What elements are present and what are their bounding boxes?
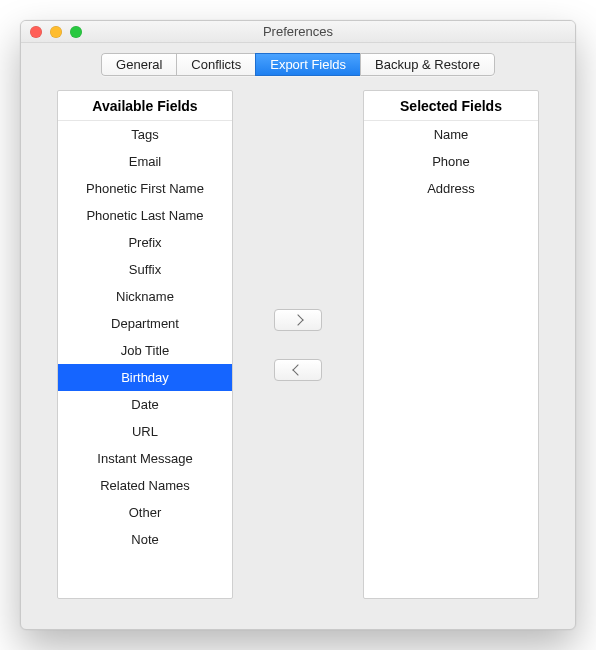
chevron-left-icon bbox=[292, 364, 303, 375]
list-item[interactable]: Name bbox=[364, 121, 538, 148]
transfer-buttons bbox=[249, 90, 347, 599]
list-item[interactable]: URL bbox=[58, 418, 232, 445]
list-item[interactable]: Birthday bbox=[58, 364, 232, 391]
tab-backup-restore[interactable]: Backup & Restore bbox=[360, 53, 495, 76]
move-right-button[interactable] bbox=[274, 309, 322, 331]
available-fields-panel: Available Fields TagsEmailPhonetic First… bbox=[57, 90, 233, 599]
zoom-icon[interactable] bbox=[70, 26, 82, 38]
available-fields-title: Available Fields bbox=[58, 91, 232, 121]
tab-conflicts[interactable]: Conflicts bbox=[176, 53, 255, 76]
window-controls bbox=[21, 26, 82, 38]
minimize-icon[interactable] bbox=[50, 26, 62, 38]
tab-bar: GeneralConflictsExport FieldsBackup & Re… bbox=[21, 43, 575, 76]
list-item[interactable]: Phonetic First Name bbox=[58, 175, 232, 202]
chevron-right-icon bbox=[292, 314, 303, 325]
list-item[interactable]: Suffix bbox=[58, 256, 232, 283]
list-item[interactable]: Email bbox=[58, 148, 232, 175]
preferences-window: Preferences GeneralConflictsExport Field… bbox=[20, 20, 576, 630]
tab-export-fields[interactable]: Export Fields bbox=[255, 53, 360, 76]
titlebar: Preferences bbox=[21, 21, 575, 43]
list-item[interactable]: Tags bbox=[58, 121, 232, 148]
list-item[interactable]: Other bbox=[58, 499, 232, 526]
content-area: Available Fields TagsEmailPhonetic First… bbox=[21, 76, 575, 629]
available-fields-list[interactable]: TagsEmailPhonetic First NamePhonetic Las… bbox=[58, 121, 232, 598]
list-item[interactable]: Date bbox=[58, 391, 232, 418]
list-item[interactable]: Phone bbox=[364, 148, 538, 175]
list-item[interactable]: Note bbox=[58, 526, 232, 553]
selected-fields-panel: Selected Fields NamePhoneAddress bbox=[363, 90, 539, 599]
tab-group: GeneralConflictsExport FieldsBackup & Re… bbox=[101, 53, 495, 76]
list-item[interactable]: Department bbox=[58, 310, 232, 337]
window-title: Preferences bbox=[21, 24, 575, 39]
selected-fields-list[interactable]: NamePhoneAddress bbox=[364, 121, 538, 598]
selected-fields-title: Selected Fields bbox=[364, 91, 538, 121]
list-item[interactable]: Nickname bbox=[58, 283, 232, 310]
close-icon[interactable] bbox=[30, 26, 42, 38]
list-item[interactable]: Phonetic Last Name bbox=[58, 202, 232, 229]
list-item[interactable]: Instant Message bbox=[58, 445, 232, 472]
tab-general[interactable]: General bbox=[101, 53, 176, 76]
move-left-button[interactable] bbox=[274, 359, 322, 381]
list-item[interactable]: Address bbox=[364, 175, 538, 202]
list-item[interactable]: Related Names bbox=[58, 472, 232, 499]
list-item[interactable]: Prefix bbox=[58, 229, 232, 256]
list-item[interactable]: Job Title bbox=[58, 337, 232, 364]
